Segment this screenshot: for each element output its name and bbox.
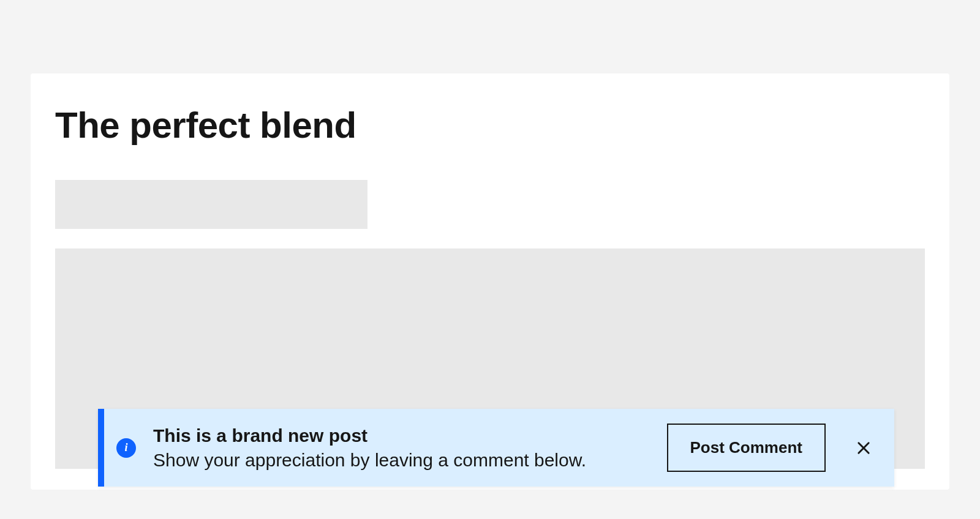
notification-title: This is a brand new post [153, 425, 650, 446]
notification-body: Show your appreciation by leaving a comm… [153, 450, 650, 471]
post-comment-button[interactable]: Post Comment [667, 424, 826, 472]
close-icon [855, 439, 872, 457]
close-button[interactable] [850, 435, 877, 461]
article-card: The perfect blend This is a brand new po… [31, 73, 949, 490]
notification-content: This is a brand new post Show your appre… [153, 425, 650, 471]
content-placeholder-small [55, 180, 368, 229]
info-notification: This is a brand new post Show your appre… [98, 409, 894, 487]
info-icon [116, 438, 136, 458]
article-title: The perfect blend [55, 104, 925, 146]
